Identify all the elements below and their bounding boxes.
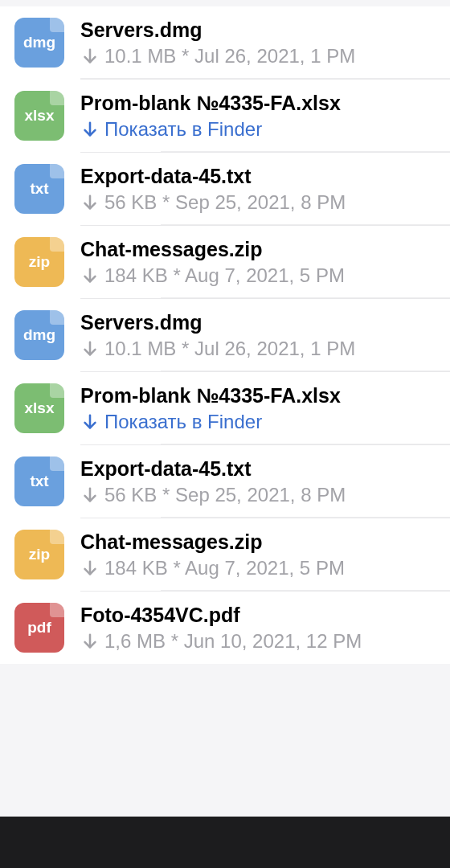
file-meta-text: 184 KB * Aug 7, 2021, 5 PM xyxy=(104,557,345,579)
file-meta: 56 KB * Sep 25, 2021, 8 PM xyxy=(80,484,436,506)
file-name: Servers.dmg xyxy=(80,311,436,334)
file-meta-text: 184 KB * Aug 7, 2021, 5 PM xyxy=(104,264,345,287)
file-meta: 56 KB * Sep 25, 2021, 8 PM xyxy=(80,191,436,214)
file-meta-text: Показать в Finder xyxy=(104,411,262,433)
show-in-finder-link[interactable]: Показать в Finder xyxy=(80,118,436,141)
file-meta: 10.1 MB * Jul 26, 2021, 1 PM xyxy=(80,338,436,360)
file-info: Chat-messages.zip184 KB * Aug 7, 2021, 5… xyxy=(80,530,436,579)
download-arrow-icon[interactable] xyxy=(80,47,100,66)
file-row[interactable]: zipChat-messages.zip184 KB * Aug 7, 2021… xyxy=(80,518,450,591)
file-row[interactable]: txtExport-data-45.txt56 KB * Sep 25, 202… xyxy=(80,152,450,225)
download-arrow-icon[interactable] xyxy=(80,266,100,285)
file-name: Chat-messages.zip xyxy=(80,238,436,261)
download-arrow-icon[interactable] xyxy=(80,485,100,505)
file-type-icon: xlsx xyxy=(14,91,64,141)
file-meta-text: 1,6 MB * Jun 10, 2021, 12 PM xyxy=(104,630,362,653)
file-name: Chat-messages.zip xyxy=(80,530,436,554)
file-type-icon: zip xyxy=(14,530,64,579)
file-row[interactable]: xlsxProm-blank №4335-FA.xlsxПоказать в F… xyxy=(80,371,450,444)
file-name: Export-data-45.txt xyxy=(80,165,436,188)
file-info: Servers.dmg10.1 MB * Jul 26, 2021, 1 PM xyxy=(80,18,436,68)
file-info: Chat-messages.zip184 KB * Aug 7, 2021, 5… xyxy=(80,238,436,287)
file-meta-text: 56 KB * Sep 25, 2021, 8 PM xyxy=(104,191,346,214)
file-meta: 184 KB * Aug 7, 2021, 5 PM xyxy=(80,264,436,287)
file-type-label: txt xyxy=(30,180,48,198)
file-name: Prom-blank №4335-FA.xlsx xyxy=(80,92,436,115)
bottom-bar xyxy=(0,817,450,868)
file-info: Export-data-45.txt56 KB * Sep 25, 2021, … xyxy=(80,457,436,506)
file-name: Servers.dmg xyxy=(80,18,436,42)
file-row[interactable]: pdfFoto-4354VC.pdf1,6 MB * Jun 10, 2021,… xyxy=(80,591,450,664)
download-arrow-icon[interactable] xyxy=(80,632,100,651)
file-row[interactable]: xlsxProm-blank №4335-FA.xlsxПоказать в F… xyxy=(80,79,450,152)
file-type-label: zip xyxy=(29,253,50,271)
file-type-icon: txt xyxy=(14,457,64,506)
file-type-label: xlsx xyxy=(25,399,55,417)
file-type-label: dmg xyxy=(23,326,55,344)
file-info: Servers.dmg10.1 MB * Jul 26, 2021, 1 PM xyxy=(80,311,436,360)
file-meta: 184 KB * Aug 7, 2021, 5 PM xyxy=(80,557,436,579)
download-arrow-icon[interactable] xyxy=(80,412,100,432)
download-arrow-icon[interactable] xyxy=(80,339,100,358)
file-type-icon: txt xyxy=(14,164,64,214)
file-meta-text: 10.1 MB * Jul 26, 2021, 1 PM xyxy=(104,338,355,360)
file-info: Prom-blank №4335-FA.xlsxПоказать в Finde… xyxy=(80,384,436,433)
file-type-label: txt xyxy=(30,473,48,490)
file-name: Prom-blank №4335-FA.xlsx xyxy=(80,384,436,407)
file-type-label: xlsx xyxy=(25,107,55,125)
file-type-label: dmg xyxy=(23,34,55,51)
file-meta-text: 56 KB * Sep 25, 2021, 8 PM xyxy=(104,484,346,506)
download-arrow-icon[interactable] xyxy=(80,193,100,212)
file-meta-text: Показать в Finder xyxy=(104,118,262,141)
file-type-label: zip xyxy=(29,546,50,563)
file-row[interactable]: txtExport-data-45.txt56 KB * Sep 25, 202… xyxy=(80,444,450,518)
download-arrow-icon[interactable] xyxy=(80,120,100,139)
file-meta-text: 10.1 MB * Jul 26, 2021, 1 PM xyxy=(104,45,355,68)
file-meta: 1,6 MB * Jun 10, 2021, 12 PM xyxy=(80,630,436,653)
file-type-icon: pdf xyxy=(14,603,64,653)
file-list: dmgServers.dmg10.1 MB * Jul 26, 2021, 1 … xyxy=(0,6,450,664)
file-type-icon: dmg xyxy=(14,18,64,68)
file-name: Foto-4354VC.pdf xyxy=(80,604,436,627)
file-name: Export-data-45.txt xyxy=(80,457,436,481)
file-info: Foto-4354VC.pdf1,6 MB * Jun 10, 2021, 12… xyxy=(80,604,436,653)
file-type-icon: zip xyxy=(14,237,64,287)
file-row[interactable]: zipChat-messages.zip184 KB * Aug 7, 2021… xyxy=(80,225,450,298)
file-meta: 10.1 MB * Jul 26, 2021, 1 PM xyxy=(80,45,436,68)
file-row[interactable]: dmgServers.dmg10.1 MB * Jul 26, 2021, 1 … xyxy=(0,6,450,79)
show-in-finder-link[interactable]: Показать в Finder xyxy=(80,411,436,433)
file-row[interactable]: dmgServers.dmg10.1 MB * Jul 26, 2021, 1 … xyxy=(80,298,450,371)
download-arrow-icon[interactable] xyxy=(80,559,100,578)
file-type-label: pdf xyxy=(27,619,51,637)
file-type-icon: dmg xyxy=(14,310,64,360)
file-type-icon: xlsx xyxy=(14,383,64,433)
file-info: Export-data-45.txt56 KB * Sep 25, 2021, … xyxy=(80,165,436,214)
file-info: Prom-blank №4335-FA.xlsxПоказать в Finde… xyxy=(80,92,436,141)
